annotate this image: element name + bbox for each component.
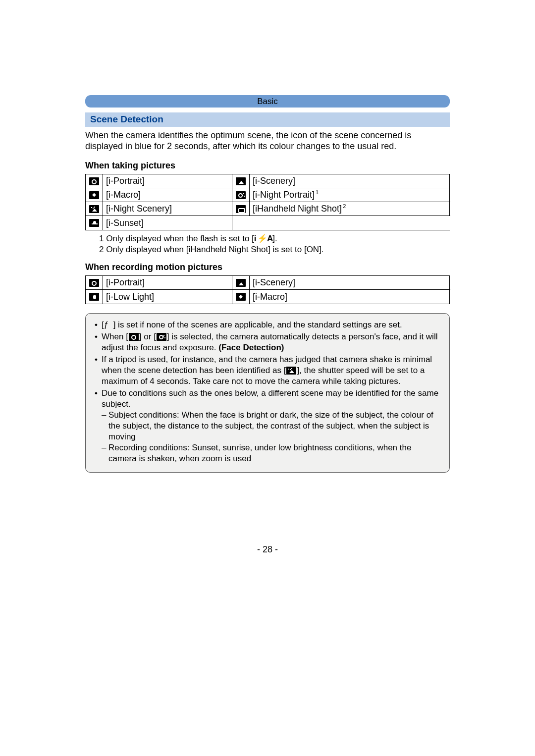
note-item: If a tripod is used, for instance, and t… xyxy=(95,354,440,387)
table-cell-label: [i-Night Scenery] xyxy=(103,202,232,216)
macro-icon xyxy=(86,188,103,202)
footnote-1: 1 Only displayed when the flash is set t… xyxy=(99,233,450,244)
scenery-icon xyxy=(232,276,250,290)
motion-heading: When recording motion pictures xyxy=(85,262,450,272)
footnote-2: 2 Only displayed when [iHandheld Night S… xyxy=(99,244,450,255)
macro-icon xyxy=(232,290,250,304)
fn-text: ]. xyxy=(272,234,277,243)
fn-text: Only displayed when the flash is set to … xyxy=(106,234,254,243)
manual-page: Basic Scene Detection When the camera id… xyxy=(0,0,535,756)
fn-num: 1 xyxy=(99,234,104,243)
table-cell-label: [i-Scenery] xyxy=(250,276,450,290)
note-subitem: Recording conditions: Sunset, sunrise, u… xyxy=(102,442,440,464)
note-bold: (Face Detection) xyxy=(218,343,284,352)
cell-text: [iHandheld Night Shot] xyxy=(253,204,342,214)
note-text: Due to conditions such as the ones below… xyxy=(102,388,438,409)
intro-text: When the camera identifies the optimum s… xyxy=(85,130,450,152)
footnotes: 1 Only displayed when the flash is set t… xyxy=(99,233,450,255)
night-scenery-icon xyxy=(86,202,103,216)
pictures-table: [i-Portrait] [i-Scenery] [i-Macro] [i-Ni… xyxy=(85,174,450,230)
table-cell-label: [iHandheld Night Shot]2 xyxy=(250,202,450,216)
cell-text: [i-Night Portrait] xyxy=(253,190,315,200)
table-cell-label: [i-Sunset] xyxy=(103,216,232,230)
table-cell-label: [i-Night Portrait]1 xyxy=(250,188,450,202)
sup-ref: 1 xyxy=(316,189,319,195)
flash-auto-icon: i ⚡A xyxy=(254,233,272,244)
portrait-icon xyxy=(129,333,139,341)
night-portrait-icon xyxy=(157,333,166,341)
scenery-icon xyxy=(232,174,250,188)
portrait-icon xyxy=(86,174,103,188)
portrait-icon xyxy=(86,276,103,290)
table-cell-label: [i-Scenery] xyxy=(250,174,450,188)
note-item: [ƒ ] is set if none of the scenes are ap… xyxy=(95,320,440,330)
low-light-icon xyxy=(86,290,103,304)
note-item: Due to conditions such as the ones below… xyxy=(95,388,440,464)
note-subitem: Subject conditions: When the face is bri… xyxy=(102,410,440,442)
notes-box: [ƒ ] is set if none of the scenes are ap… xyxy=(85,313,450,473)
page-number: - 28 - xyxy=(0,544,535,555)
night-scenery-icon xyxy=(286,367,296,375)
note-text: ] or [ xyxy=(139,332,156,341)
pictures-heading: When taking pictures xyxy=(85,161,450,171)
table-cell-label: [i-Low Light] xyxy=(103,290,232,304)
table-cell-label: [i-Portrait] xyxy=(103,276,232,290)
note-item: When [] or [] is selected, the camera au… xyxy=(95,331,440,353)
note-text: When [ xyxy=(102,332,128,341)
handheld-night-icon xyxy=(232,202,250,216)
motion-table: [i-Portrait] [i-Scenery] [i-Low Light] [… xyxy=(85,275,450,304)
stdsetting-symbol: ƒ xyxy=(104,320,108,329)
table-cell-label: [i-Portrait] xyxy=(103,174,232,188)
sunset-icon xyxy=(86,216,103,230)
night-portrait-icon xyxy=(232,188,250,202)
sup-ref: 2 xyxy=(343,203,346,209)
section-title-bar: Scene Detection xyxy=(85,112,450,127)
table-cell-label: [i-Macro] xyxy=(103,188,232,202)
note-text: ] is set if none of the scenes are appli… xyxy=(113,320,402,329)
empty-cell xyxy=(232,216,450,230)
table-cell-label: [i-Macro] xyxy=(250,290,450,304)
chapter-header: Basic xyxy=(85,95,450,108)
